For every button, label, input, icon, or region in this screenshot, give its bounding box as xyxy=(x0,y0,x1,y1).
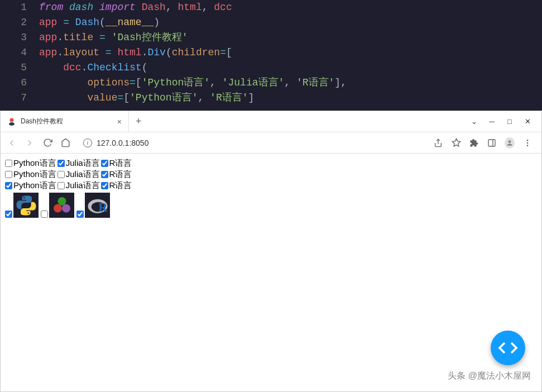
svg-point-7 xyxy=(527,140,529,141)
chevron-down-icon[interactable]: ⌄ xyxy=(470,118,478,126)
checkbox[interactable] xyxy=(57,182,65,189)
checkbox-label[interactable]: Julia语言 xyxy=(66,158,100,169)
checkbox[interactable] xyxy=(101,160,108,167)
checkbox[interactable] xyxy=(57,171,65,178)
checkbox-label[interactable]: Julia语言 xyxy=(66,180,100,191)
extensions-icon[interactable] xyxy=(469,138,479,148)
checklist-item: Julia语言 xyxy=(57,180,100,191)
svg-point-9 xyxy=(527,145,529,146)
julia-icon[interactable] xyxy=(49,193,74,218)
checkbox[interactable] xyxy=(101,182,108,189)
dev-tools-fab[interactable] xyxy=(491,331,525,365)
icon-checklist-item: R xyxy=(76,193,110,218)
new-tab-button[interactable]: + xyxy=(129,116,148,127)
line-number: 6 xyxy=(0,75,39,90)
sidepanel-icon[interactable] xyxy=(487,138,497,148)
checkbox-label[interactable]: R语言 xyxy=(109,180,132,191)
minimize-button[interactable]: ─ xyxy=(488,118,496,126)
svg-point-6 xyxy=(509,140,511,143)
tab-close-button[interactable]: × xyxy=(117,117,122,126)
svg-text:R: R xyxy=(98,200,108,214)
checklist-item: Python语言 xyxy=(5,158,56,169)
code-line: 1from dash import Dash, html, dcc xyxy=(0,0,542,15)
checklist-item: R语言 xyxy=(101,180,132,191)
checkbox[interactable] xyxy=(76,211,84,218)
checkbox-label[interactable]: Python语言 xyxy=(13,169,56,180)
svg-rect-4 xyxy=(488,140,495,146)
checklist-item: Python语言 xyxy=(5,180,56,191)
code-line: 7 value=['Python语言', 'R语言'] xyxy=(0,90,542,106)
checkbox-label[interactable]: Python语言 xyxy=(13,180,56,191)
checklist-item: R语言 xyxy=(101,158,132,169)
info-icon[interactable]: i xyxy=(83,138,92,147)
svg-marker-3 xyxy=(452,138,460,146)
checklist-item: R语言 xyxy=(101,169,132,180)
checkbox[interactable] xyxy=(57,160,65,167)
code-line: 6 options=['Python语言', 'Julia语言', 'R语言']… xyxy=(0,75,542,90)
back-button[interactable] xyxy=(6,137,17,149)
code-content[interactable]: dcc.Checklist( xyxy=(39,60,147,75)
svg-point-8 xyxy=(527,142,529,144)
checklist-row: Python语言Julia语言R语言 xyxy=(5,180,537,191)
checkbox[interactable] xyxy=(5,160,12,167)
url-text: 127.0.0.1:8050 xyxy=(97,138,148,147)
checkbox[interactable] xyxy=(101,171,108,178)
page-content: Python语言Julia语言R语言Python语言Julia语言R语言Pyth… xyxy=(1,154,541,222)
tab-favicon-icon xyxy=(7,117,16,126)
maximize-button[interactable]: □ xyxy=(506,118,514,126)
code-content[interactable]: value=['Python语言', 'R语言'] xyxy=(39,90,254,106)
checkbox-label[interactable]: Julia语言 xyxy=(66,169,100,180)
checkbox[interactable] xyxy=(5,182,12,189)
watermark: 头条 @魔法小木屋网 xyxy=(448,370,531,382)
star-icon[interactable] xyxy=(451,138,461,148)
browser-tab[interactable]: Dash控件教程 × xyxy=(1,111,129,132)
line-number: 7 xyxy=(0,90,39,106)
close-window-button[interactable]: ✕ xyxy=(524,118,531,126)
python-icon[interactable] xyxy=(13,193,39,218)
line-number: 1 xyxy=(0,0,39,15)
home-button[interactable] xyxy=(60,137,71,149)
code-editor: 1from dash import Dash, html, dcc2app = … xyxy=(0,0,542,111)
checklist-item: Julia语言 xyxy=(57,158,100,169)
checklist-item: Julia语言 xyxy=(57,169,100,180)
checkbox-label[interactable]: Python语言 xyxy=(13,158,56,169)
r-icon[interactable]: R xyxy=(85,193,110,218)
window-controls: ⌄ ─ □ ✕ xyxy=(470,118,541,126)
svg-point-1 xyxy=(9,122,15,126)
svg-point-0 xyxy=(10,118,14,122)
checkbox[interactable] xyxy=(5,211,12,218)
menu-icon[interactable] xyxy=(522,138,533,148)
code-content[interactable]: from dash import Dash, html, dcc xyxy=(39,0,232,15)
address-bar[interactable]: i 127.0.0.1:8050 xyxy=(78,138,426,147)
checkbox-label[interactable]: R语言 xyxy=(109,158,132,169)
line-number: 2 xyxy=(0,15,39,30)
share-icon[interactable] xyxy=(433,138,443,148)
code-line: 3app.title = 'Dash控件教程' xyxy=(0,30,542,45)
browser-window: Dash控件教程 × + ⌄ ─ □ ✕ i 127.0.0.1:8050 xyxy=(0,111,542,392)
browser-titlebar: Dash控件教程 × + ⌄ ─ □ ✕ xyxy=(1,111,541,132)
line-number: 4 xyxy=(0,45,39,60)
code-line: 2app = Dash(__name__) xyxy=(0,15,542,30)
checklist-row: Python语言Julia语言R语言 xyxy=(5,158,537,169)
checkbox[interactable] xyxy=(5,171,12,178)
code-line: 5 dcc.Checklist( xyxy=(0,60,542,75)
reload-button[interactable] xyxy=(42,137,53,149)
code-line: 4app.layout = html.Div(children=[ xyxy=(0,45,542,60)
forward-button[interactable] xyxy=(24,137,35,149)
svg-point-11 xyxy=(62,204,70,212)
icon-checklist-item xyxy=(41,193,74,218)
svg-point-12 xyxy=(57,197,66,205)
tab-title: Dash控件教程 xyxy=(21,117,113,126)
code-content[interactable]: options=['Python语言', 'Julia语言', 'R语言'], xyxy=(39,75,347,90)
checkbox[interactable] xyxy=(41,211,48,218)
code-content[interactable]: app = Dash(__name__) xyxy=(39,15,160,30)
line-number: 3 xyxy=(0,30,39,45)
line-number: 5 xyxy=(0,60,39,75)
code-content[interactable]: app.layout = html.Div(children=[ xyxy=(39,45,232,60)
checklist-row: Python语言Julia语言R语言 xyxy=(5,169,537,180)
toolbar-icons xyxy=(433,138,536,148)
code-content[interactable]: app.title = 'Dash控件教程' xyxy=(39,30,188,45)
checkbox-label[interactable]: R语言 xyxy=(109,169,132,180)
profile-icon[interactable] xyxy=(505,138,515,148)
svg-point-10 xyxy=(54,204,62,212)
